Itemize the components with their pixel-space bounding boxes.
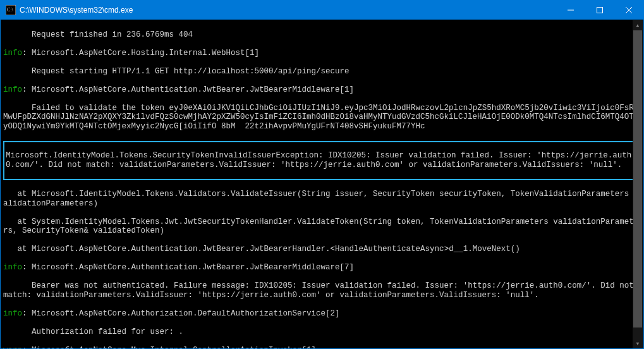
close-button[interactable] — [614, 1, 643, 20]
vertical-scrollbar[interactable]: ▲ ▼ — [633, 20, 643, 348]
scroll-down-arrow[interactable]: ▼ — [633, 338, 643, 348]
cmd-window: C:\ C:\WINDOWS\system32\cmd.exe Request … — [0, 0, 644, 349]
scrollbar-thumb[interactable] — [633, 30, 642, 328]
log-line: warn: Microsoft.AspNetCore.Mvc.Internal.… — [3, 346, 641, 349]
log-line: Bearer was not authenticated. Failure me… — [3, 281, 641, 300]
log-line: Request finished in 236.6769ms 404 — [3, 30, 641, 40]
log-line: info: Microsoft.AspNetCore.Hosting.Inter… — [3, 49, 641, 58]
log-line: Authorization failed for user: . — [3, 328, 641, 337]
window-controls — [556, 1, 643, 20]
log-line: Request starting HTTP/1.1 GET http://loc… — [3, 67, 641, 77]
highlighted-exception: Microsoft.IdentityModel.Tokens.SecurityT… — [3, 141, 641, 180]
log-line: Microsoft.IdentityModel.Tokens.SecurityT… — [6, 151, 638, 169]
log-line: info: Microsoft.AspNetCore.Authorization… — [3, 309, 641, 319]
minimize-button[interactable] — [556, 1, 585, 20]
titlebar[interactable]: C:\ C:\WINDOWS\system32\cmd.exe — [1, 1, 643, 20]
log-line: info: Microsoft.AspNetCore.Authenticatio… — [3, 85, 641, 95]
svg-rect-3 — [597, 8, 603, 13]
cmd-icon: C:\ — [6, 5, 16, 15]
svg-text:C:\: C:\ — [7, 7, 14, 13]
window-title: C:\WINDOWS\system32\cmd.exe — [20, 6, 556, 15]
log-line: at Microsoft.IdentityModel.Tokens.Valida… — [3, 190, 641, 208]
level-info: info — [3, 85, 22, 94]
level-info: info — [3, 309, 22, 318]
log-line: info: Microsoft.AspNetCore.Authenticatio… — [3, 263, 641, 272]
maximize-button[interactable] — [585, 1, 614, 20]
level-info: info — [3, 49, 22, 58]
terminal-output[interactable]: Request finished in 236.6769ms 404 info:… — [1, 20, 643, 348]
log-line: at System.IdentityModel.Tokens.Jwt.JwtSe… — [3, 217, 641, 236]
scroll-up-arrow[interactable]: ▲ — [633, 20, 643, 30]
level-warn: warn — [3, 346, 22, 349]
log-line: Failed to validate the token eyJ0eXAiOiJ… — [3, 104, 641, 132]
log-line: at Microsoft.AspNetCore.Authentication.J… — [3, 245, 641, 254]
level-info: info — [3, 263, 22, 272]
